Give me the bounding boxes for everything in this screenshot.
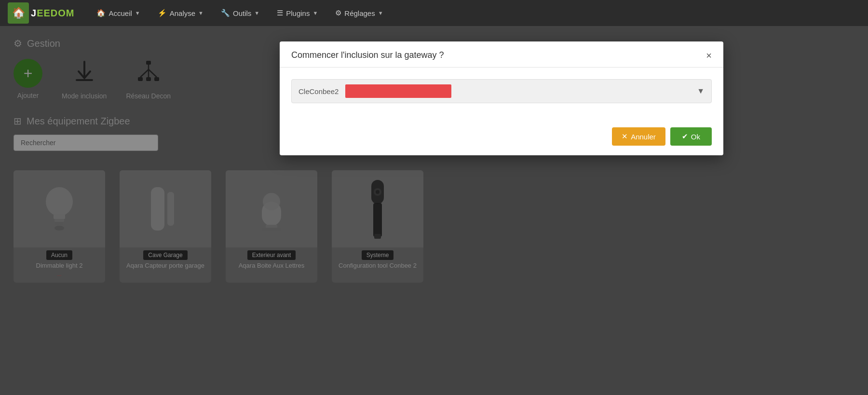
nav-outils[interactable]: 🔧 Outils ▼ (214, 6, 266, 20)
modal-select-row: CleConbee2 ▼ (291, 79, 712, 103)
modal-title: Commencer l'inclusion sur la gateway ? (291, 50, 444, 60)
chevron-down-icon-reglages: ▼ (378, 10, 383, 16)
ok-button[interactable]: ✔ Ok (670, 127, 712, 146)
annuler-button[interactable]: ✕ Annuler (612, 127, 665, 146)
main-content: ⚙ Gestion + Ajouter Mode inclusion (0, 26, 868, 395)
modal-dialog: Commencer l'inclusion sur la gateway ? ×… (280, 41, 723, 155)
outils-icon: 🔧 (221, 9, 230, 17)
logo-text: JEEDOM (31, 8, 74, 19)
chevron-down-icon-analyse: ▼ (198, 10, 203, 16)
nav-plugins-label: Plugins (286, 9, 310, 17)
nav-analyse-label: Analyse (170, 9, 195, 17)
modal-header: Commencer l'inclusion sur la gateway ? × (280, 41, 723, 68)
modal-close-button[interactable]: × (706, 51, 712, 60)
topnav: 🏠 JEEDOM 🏠 Accueil ▼ ⚡ Analyse ▼ 🔧 Outil… (0, 0, 868, 26)
nav-reglages[interactable]: ⚙ Réglages ▼ (328, 6, 390, 20)
chevron-down-icon-plugins: ▼ (312, 10, 318, 16)
plugins-icon: ☰ (277, 9, 283, 17)
x-icon: ✕ (622, 132, 628, 141)
logo-suffix: EEDOM (37, 8, 74, 18)
nav-analyse[interactable]: ⚡ Analyse ▼ (151, 6, 210, 20)
select-label: CleConbee2 (298, 87, 339, 95)
logo-box: 🏠 (8, 2, 29, 24)
ok-label: Ok (691, 133, 700, 141)
nav-accueil[interactable]: 🏠 Accueil ▼ (90, 6, 147, 20)
logo-house-icon: 🏠 (12, 7, 25, 19)
annuler-label: Annuler (631, 133, 656, 141)
chevron-down-icon: ▼ (135, 10, 140, 16)
nav-reglages-label: Réglages (344, 9, 375, 17)
modal-footer: ✕ Annuler ✔ Ok (280, 123, 723, 155)
nav-outils-label: Outils (233, 9, 251, 17)
modal-body: CleConbee2 ▼ (280, 68, 723, 123)
logo: 🏠 JEEDOM (8, 2, 74, 24)
chevron-down-select-icon[interactable]: ▼ (697, 87, 705, 95)
select-value-box (345, 84, 451, 98)
nav-accueil-label: Accueil (108, 9, 132, 17)
reglages-icon: ⚙ (335, 9, 341, 17)
analyse-icon: ⚡ (158, 9, 167, 17)
chevron-down-icon-outils: ▼ (254, 10, 259, 16)
nav-plugins[interactable]: ☰ Plugins ▼ (270, 6, 325, 20)
check-icon: ✔ (682, 132, 688, 141)
home-icon: 🏠 (96, 9, 106, 17)
